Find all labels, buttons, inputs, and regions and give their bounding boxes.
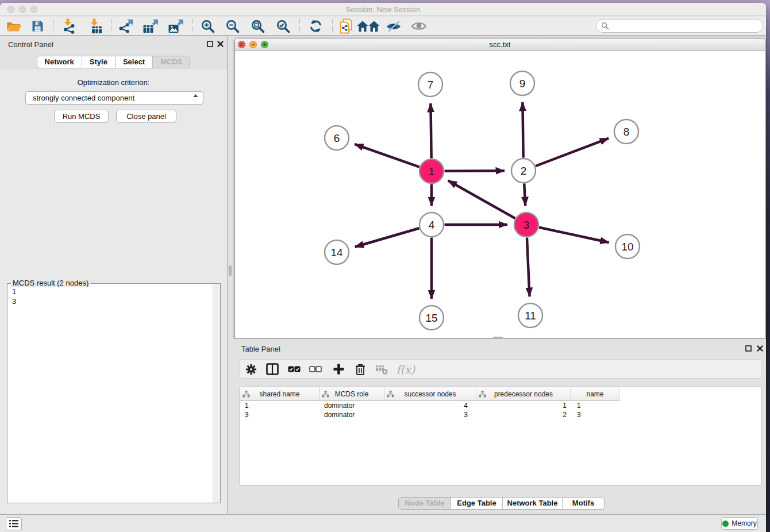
close-icon [240, 43, 244, 47]
zoom-fit-icon [251, 19, 265, 34]
tab-motifs[interactable]: Motifs [562, 498, 604, 509]
network-graph: 7968124314101511 [235, 51, 765, 338]
zoom-selected-button[interactable] [274, 18, 292, 34]
import-network-button[interactable] [60, 18, 78, 34]
zoom-fit-button[interactable] [249, 18, 267, 34]
network-canvas[interactable]: 7968124314101511 [235, 51, 765, 338]
edge-1-2[interactable] [444, 171, 505, 171]
close-table-panel-button[interactable] [755, 344, 764, 353]
memory-label: Memory [732, 519, 756, 527]
export-network-button[interactable] [116, 18, 134, 34]
export-image-button[interactable] [167, 18, 185, 34]
hide-selected-button[interactable] [384, 18, 403, 34]
columns-icon [266, 363, 279, 375]
control-panel-title: Control Panel [8, 40, 53, 49]
zoom-out-button[interactable] [224, 18, 242, 34]
zoom-out-icon [225, 19, 240, 34]
network-view-frame: scc.txt 7968124314101511 [234, 38, 765, 339]
edge-3-1[interactable] [448, 180, 515, 218]
document-share-icon [340, 18, 353, 34]
import-table-icon [88, 18, 103, 34]
add-column-button[interactable] [330, 361, 347, 377]
zoom-network-button[interactable] [261, 41, 268, 48]
edge-3-10[interactable] [539, 228, 609, 242]
toolbar-separator [299, 19, 300, 33]
edge-2-9[interactable] [522, 102, 523, 158]
node-table: shared nameMCDS rolesuccessor nodesprede… [240, 387, 761, 485]
select-all-columns-button[interactable] [286, 361, 303, 377]
graph-node-label: 2 [521, 165, 527, 177]
close-network-button[interactable] [238, 41, 245, 48]
dropdown-stepper-icon [192, 94, 199, 103]
zoom-in-button[interactable] [199, 18, 217, 34]
task-history-button[interactable] [6, 517, 22, 530]
network-frame-titlebar: scc.txt [235, 38, 765, 51]
edge-2-8[interactable] [536, 138, 609, 166]
column-header-predecessor-nodes[interactable]: predecessor nodes [476, 387, 571, 401]
column-header-successor-nodes[interactable]: successor nodes [384, 387, 476, 401]
save-session-button[interactable] [28, 18, 47, 34]
tab-select[interactable]: Select [115, 56, 152, 68]
search-input[interactable] [612, 22, 763, 30]
search-icon [601, 22, 609, 30]
edge-1-7[interactable] [430, 103, 431, 159]
toolbar-separator [53, 19, 53, 33]
plus-icon [263, 43, 267, 47]
table-row[interactable]: 1dominator411 [240, 401, 761, 410]
table-row[interactable]: 3dominator323 [240, 410, 761, 419]
show-all-button[interactable] [410, 18, 428, 34]
minimize-network-button[interactable] [249, 41, 257, 48]
close-panel-button[interactable] [215, 39, 225, 48]
table-rows: 1dominator4113dominator323 [240, 401, 761, 419]
tab-edge-table[interactable]: Edge Table [451, 498, 502, 509]
function-builder-button[interactable]: f(x) [395, 361, 417, 377]
run-mcds-button[interactable]: Run MCDS [54, 110, 109, 123]
criterion-dropdown[interactable]: strongly connected component [25, 91, 203, 105]
refresh-button[interactable] [306, 18, 325, 34]
column-header-name[interactable]: name [571, 387, 619, 401]
delete-table-button[interactable] [373, 361, 390, 377]
close-panel-action-button[interactable]: Close panel [116, 110, 176, 123]
tab-style[interactable]: Style [82, 56, 115, 68]
float-table-panel-button[interactable] [744, 344, 753, 353]
import-table-button[interactable] [86, 18, 105, 34]
tab-network-table[interactable]: Network Table [502, 498, 562, 509]
zoom-selected-icon [276, 19, 291, 34]
result-line: 3 [12, 296, 208, 306]
gear-icon [245, 363, 257, 376]
graph-node-label: 7 [428, 79, 434, 91]
delete-columns-button[interactable] [352, 361, 369, 377]
mcds-result-lines: 13 [7, 284, 213, 503]
edge-3-11[interactable] [527, 237, 530, 296]
tab-node-table[interactable]: Node Table [399, 498, 451, 509]
export-table-button[interactable] [141, 18, 160, 34]
tab-mcds[interactable]: MCDS [152, 56, 190, 68]
unselect-all-columns-button[interactable] [307, 361, 324, 377]
result-scrollbar[interactable] [213, 284, 220, 503]
close-icon [217, 41, 224, 47]
show-columns-button[interactable] [264, 361, 281, 377]
hierarchy-icon [387, 391, 394, 398]
edge-1-6[interactable] [355, 144, 419, 167]
duplicate-network-button[interactable] [337, 18, 356, 34]
table-toolbar: f(x) [240, 359, 761, 379]
export-table-icon [143, 19, 159, 34]
app-window: Session: New Session [0, 3, 766, 532]
memory-button[interactable]: Memory [721, 517, 758, 530]
float-panel-button[interactable] [205, 39, 214, 48]
hierarchy-icon [242, 391, 250, 398]
control-panel: Control Panel NetworkStyleSelectMCDS Opt… [0, 36, 228, 514]
close-icon [757, 345, 763, 352]
zoom-in-icon [201, 19, 215, 34]
edge-4-14[interactable] [355, 228, 419, 246]
tab-network[interactable]: Network [37, 56, 82, 68]
open-file-button[interactable] [5, 18, 23, 34]
optimization-criterion-label: Optimization criterion: [0, 78, 227, 87]
export-image-icon [168, 19, 184, 34]
column-header-MCDS-role[interactable]: MCDS role [319, 387, 384, 401]
vertical-splitter-handle[interactable] [229, 265, 232, 276]
edge-2-3[interactable] [524, 183, 525, 206]
table-settings-button[interactable] [242, 361, 260, 377]
column-header-shared-name[interactable]: shared name [240, 387, 319, 401]
first-neighbors-button[interactable] [356, 18, 380, 34]
